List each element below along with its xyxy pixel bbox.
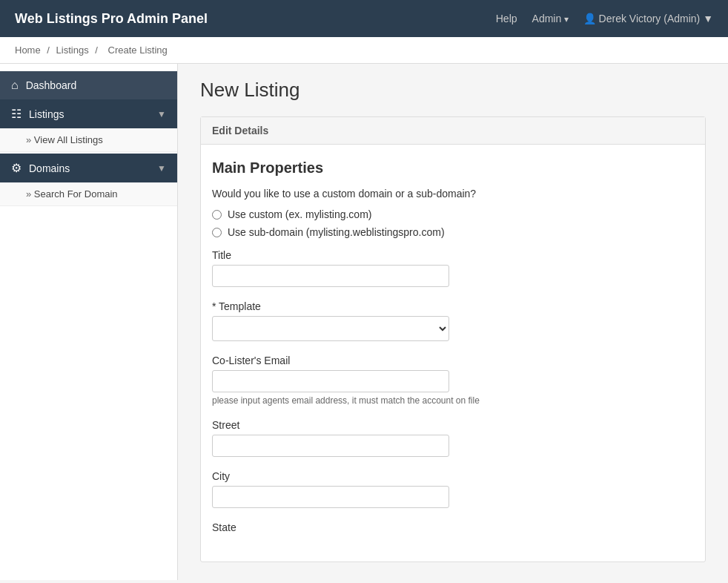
sidebar-listings-label: Listings xyxy=(29,108,157,120)
page-title: New Listing xyxy=(200,79,706,102)
state-label: State xyxy=(212,521,694,533)
radio-custom-label: Use custom (ex. mylisting.com) xyxy=(228,208,371,220)
sidebar: ⌂ Dashboard ☷ Listings ▼ View All Listin… xyxy=(0,64,178,580)
colister-label: Co-Lister's Email xyxy=(212,355,694,366)
card-header: Edit Details xyxy=(201,117,705,145)
card-body: Main Properties Would you like to use a … xyxy=(201,145,705,561)
user-icon: 👤 xyxy=(583,13,596,24)
breadcrumb: Home / Listings / Create Listing xyxy=(0,37,728,64)
title-group: Title xyxy=(212,249,694,287)
main-content: New Listing Edit Details Main Properties… xyxy=(178,64,728,580)
title-label: Title xyxy=(212,249,694,261)
sidebar-item-dashboard[interactable]: ⌂ Dashboard xyxy=(0,71,177,99)
breadcrumb-listings[interactable]: Listings xyxy=(56,45,89,56)
user-label: Derek Victory (Admin) xyxy=(599,13,701,24)
radio-subdomain-input[interactable] xyxy=(212,228,222,237)
radio-subdomain-label: Use sub-domain (mylisting.weblistingspro… xyxy=(228,226,445,238)
radio-custom-option[interactable]: Use custom (ex. mylisting.com) xyxy=(212,208,694,220)
home-icon: ⌂ xyxy=(11,79,19,92)
list-icon: ☷ xyxy=(11,107,21,121)
app-brand: Web Listings Pro Admin Panel xyxy=(15,11,208,27)
main-layout: ⌂ Dashboard ☷ Listings ▼ View All Listin… xyxy=(0,64,728,580)
sidebar-dashboard-label: Dashboard xyxy=(26,79,77,91)
state-group: State xyxy=(212,521,694,533)
title-input[interactable] xyxy=(212,265,449,287)
listings-chevron-icon: ▼ xyxy=(157,109,166,119)
sidebar-subitem-search-for-domain[interactable]: Search For Domain xyxy=(0,182,177,206)
street-label: Street xyxy=(212,419,694,431)
city-group: City xyxy=(212,470,694,508)
domains-chevron-icon: ▼ xyxy=(157,163,166,174)
domain-radio-group: Use custom (ex. mylisting.com) Use sub-d… xyxy=(212,208,694,238)
colister-group: Co-Lister's Email please input agents em… xyxy=(212,355,694,406)
sidebar-domains-label: Domains xyxy=(29,162,157,174)
street-input[interactable] xyxy=(212,435,449,457)
template-select[interactable] xyxy=(212,316,449,341)
admin-dropdown[interactable]: Admin xyxy=(532,13,569,24)
template-label: * Template xyxy=(212,300,694,312)
street-group: Street xyxy=(212,419,694,457)
sidebar-item-listings[interactable]: ☷ Listings ▼ xyxy=(0,99,177,128)
sidebar-item-domains[interactable]: ⚙ Domains ▼ xyxy=(0,154,177,182)
edit-details-card: Edit Details Main Properties Would you l… xyxy=(200,116,706,562)
user-menu[interactable]: 👤Derek Victory (Admin) ▼ xyxy=(583,13,713,24)
view-all-listings-label: View All Listings xyxy=(34,134,103,145)
domain-question: Would you like to use a custom domain or… xyxy=(212,188,694,200)
search-for-domain-label: Search For Domain xyxy=(34,188,118,200)
city-input[interactable] xyxy=(212,486,449,508)
city-label: City xyxy=(212,470,694,482)
colister-help-text: please input agents email address, it mu… xyxy=(212,395,694,406)
gear-icon: ⚙ xyxy=(11,161,21,175)
radio-subdomain-option[interactable]: Use sub-domain (mylisting.weblistingspro… xyxy=(212,226,694,238)
breadcrumb-home[interactable]: Home xyxy=(15,45,41,56)
breadcrumb-current: Create Listing xyxy=(108,45,168,56)
top-navbar: Web Listings Pro Admin Panel Help Admin … xyxy=(0,0,728,37)
radio-custom-input[interactable] xyxy=(212,210,222,220)
template-group: * Template xyxy=(212,300,694,341)
help-link[interactable]: Help xyxy=(496,13,517,24)
sidebar-subitem-view-all-listings[interactable]: View All Listings xyxy=(0,128,177,152)
navbar-right: Help Admin 👤Derek Victory (Admin) ▼ xyxy=(496,13,713,24)
colister-email-input[interactable] xyxy=(212,370,449,392)
section-title: Main Properties xyxy=(212,159,694,177)
